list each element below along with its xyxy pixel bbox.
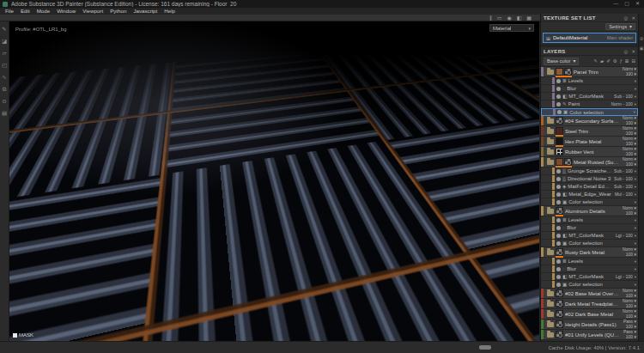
visibility-eye-icon[interactable] <box>556 275 561 279</box>
single-view-icon[interactable]: ▭ <box>497 15 502 21</box>
visibility-eye-icon[interactable] <box>556 169 561 173</box>
blend-opacity-controls[interactable]: Norm ▾100 ▾ <box>623 137 636 146</box>
chevron-down-icon[interactable]: ▾ <box>635 79 636 83</box>
fx-icon[interactable]: ƒ <box>620 58 623 64</box>
blend-opacity-label[interactable]: Mul - 100 <box>615 192 633 197</box>
render-mode-icon[interactable]: ◧ <box>517 15 522 21</box>
chevron-down-icon[interactable]: ▾ <box>635 234 636 238</box>
visibility-eye-icon[interactable] <box>556 226 561 230</box>
layer-effect-row[interactable]: ≣Levels▾ <box>541 258 638 265</box>
chevron-down-icon[interactable]: ▾ <box>635 102 636 107</box>
blend-opacity-controls[interactable]: Norm ▾100 ▾ <box>623 116 636 125</box>
menu-edit[interactable]: Edit <box>17 8 33 15</box>
channel-selector-dropdown[interactable]: Base color ▾ <box>544 58 579 65</box>
pause-icon[interactable]: ∥ <box>489 15 492 21</box>
display-mode-dropdown[interactable]: Material ▾ <box>489 24 534 32</box>
layer-group-row[interactable]: Metal Rusted (Super)Norm ▾100 ▾ <box>541 157 638 167</box>
chevron-down-icon[interactable]: ▾ <box>635 94 636 99</box>
chevron-down-icon[interactable]: ▾ <box>635 267 636 271</box>
menu-javascript[interactable]: Javascript <box>130 8 161 15</box>
visibility-eye-icon[interactable] <box>556 185 561 189</box>
pin-icon[interactable]: ◎ <box>624 15 629 21</box>
blend-opacity-controls[interactable]: Norm ▾100 ▾ <box>623 247 636 257</box>
layer-effect-row[interactable]: ◧Metal_Edge_WearMul - 100▾ <box>541 191 638 198</box>
layer-effect-row[interactable]: ◌Blur▾ <box>541 265 638 273</box>
layer-effect-row[interactable]: ◌Blur▾ <box>541 224 638 232</box>
opacity-dropdown[interactable]: 100 ▾ <box>626 335 636 340</box>
visibility-eye-icon[interactable] <box>556 241 561 246</box>
menu-file[interactable]: File <box>2 8 17 15</box>
layer-effect-row[interactable]: ◧MT_ColorMaskLgt - 100▾ <box>541 273 638 281</box>
visibility-eye-icon[interactable] <box>556 283 561 287</box>
opacity-dropdown[interactable]: 100 ▾ <box>626 72 636 77</box>
chevron-down-icon[interactable]: ▾ <box>635 226 636 230</box>
layer-effect-row[interactable]: ▒Directional Noise 3Sub - 100▾ <box>541 175 638 183</box>
folder-icon[interactable]: ⊞ <box>625 58 629 64</box>
layer-effect-row[interactable]: ◧MT_ColorMaskLgt - 100▾ <box>541 232 638 240</box>
settings-dropdown[interactable]: Settings ▾ <box>605 23 635 30</box>
visibility-eye-icon[interactable] <box>556 200 561 204</box>
blend-opacity-label[interactable]: Sub - 100 <box>614 94 633 99</box>
trash-icon[interactable]: ⊟ <box>631 58 635 64</box>
layer-group-row[interactable]: Aluminum DetailsNorm ▾100 ▾ <box>541 206 638 216</box>
tool-smudge-icon[interactable]: ∿ <box>2 74 6 80</box>
visibility-eye-icon[interactable] <box>556 259 561 264</box>
texture-set-item[interactable]: ⊞ DefaultMaterial Main shader <box>543 33 636 43</box>
visibility-eye-icon[interactable] <box>556 234 561 238</box>
chevron-down-icon[interactable]: ▾ <box>634 110 635 114</box>
minimize-button[interactable]: — <box>613 0 618 8</box>
menu-window[interactable]: Window <box>53 8 79 15</box>
blend-opacity-controls[interactable]: Norm ▾100 ▾ <box>623 157 636 167</box>
blend-opacity-controls[interactable]: Norm ▾100 ▾ <box>623 289 636 298</box>
layer-effect-row[interactable]: ▒Grunge Scratches...Sub - 100▾ <box>541 167 638 175</box>
layer-group-row[interactable]: Panel TrimNorm ▾100 ▾ <box>541 67 638 77</box>
visibility-eye-icon[interactable] <box>557 110 562 114</box>
fill-icon[interactable]: ▰ <box>600 58 604 64</box>
blend-opacity-controls[interactable]: Norm ▾100 ▾ <box>623 67 636 76</box>
close-icon[interactable]: ✕ <box>631 15 635 21</box>
viewport-3d[interactable]: Profile: #OTL_LR1_bg Material ▾ MASK <box>9 21 539 341</box>
chevron-down-icon[interactable]: ▾ <box>635 275 636 279</box>
blend-opacity-controls[interactable]: Norm ▾100 ▾ <box>623 147 636 156</box>
layer-group-row[interactable]: Rusty Dark MetalNorm ▾100 ▾ <box>541 247 638 258</box>
chevron-down-icon[interactable]: ▾ <box>635 218 636 222</box>
blend-opacity-label[interactable]: Lgt - 100 <box>616 274 633 279</box>
visibility-eye-icon[interactable] <box>556 87 561 91</box>
close-icon[interactable]: ✕ <box>631 49 635 54</box>
visibility-eye-icon[interactable] <box>556 94 561 99</box>
opacity-dropdown[interactable]: 100 ▾ <box>626 211 636 216</box>
chevron-down-icon[interactable]: ▾ <box>635 283 636 287</box>
blend-opacity-label[interactable]: Sub - 100 <box>614 168 633 173</box>
tool-clone-icon[interactable]: ⧉ <box>3 86 7 92</box>
visibility-eye-icon[interactable] <box>556 79 561 83</box>
visibility-eye-icon[interactable] <box>556 192 561 197</box>
blend-opacity-controls[interactable]: Norm ▾100 ▾ <box>623 309 636 319</box>
blend-opacity-controls[interactable]: Norm ▾100 ▾ <box>623 126 636 136</box>
display-settings-icon[interactable]: ⚙ <box>640 36 643 41</box>
wrench-icon[interactable]: ⚙ <box>613 58 617 64</box>
chevron-down-icon[interactable]: ▾ <box>635 259 636 264</box>
shader-settings-icon[interactable]: ▣ <box>640 46 644 51</box>
layer-effect-row[interactable]: ≣Levels▾ <box>541 77 638 85</box>
layer-effect-row[interactable]: ◈MatFx Detail Edge...Sub - 100▾ <box>541 183 638 191</box>
brush-icon[interactable]: ✎ <box>593 58 598 64</box>
visibility-eye-icon[interactable] <box>556 102 561 107</box>
pencil-icon[interactable]: ✐ <box>606 58 611 64</box>
tool-projection-icon[interactable]: ▱ <box>3 50 7 56</box>
chevron-down-icon[interactable]: ▾ <box>635 177 636 181</box>
tool-eraser-icon[interactable]: ◪ <box>2 38 7 44</box>
visibility-eye-icon[interactable] <box>556 218 561 222</box>
blend-opacity-controls[interactable]: Pass ▾100 ▾ <box>623 320 636 329</box>
blend-opacity-label[interactable]: Sub - 100 <box>614 184 633 189</box>
chevron-down-icon[interactable]: ▾ <box>635 192 636 197</box>
menu-python[interactable]: Python <box>106 8 130 15</box>
blend-opacity-label[interactable]: Lgt - 100 <box>616 233 633 238</box>
menu-mode[interactable]: Mode <box>33 8 53 15</box>
layer-effect-row[interactable]: ◌Blur▾ <box>541 85 638 93</box>
chevron-down-icon[interactable]: ▾ <box>635 185 636 189</box>
tool-material-picker-icon[interactable]: ⊙ <box>2 98 6 104</box>
visibility-eye-icon[interactable] <box>556 267 561 271</box>
layer-effect-row[interactable]: ≣Levels▾ <box>541 216 638 224</box>
tool-paint-icon[interactable]: ✎ <box>2 26 6 32</box>
visibility-eye-icon[interactable] <box>556 177 561 181</box>
